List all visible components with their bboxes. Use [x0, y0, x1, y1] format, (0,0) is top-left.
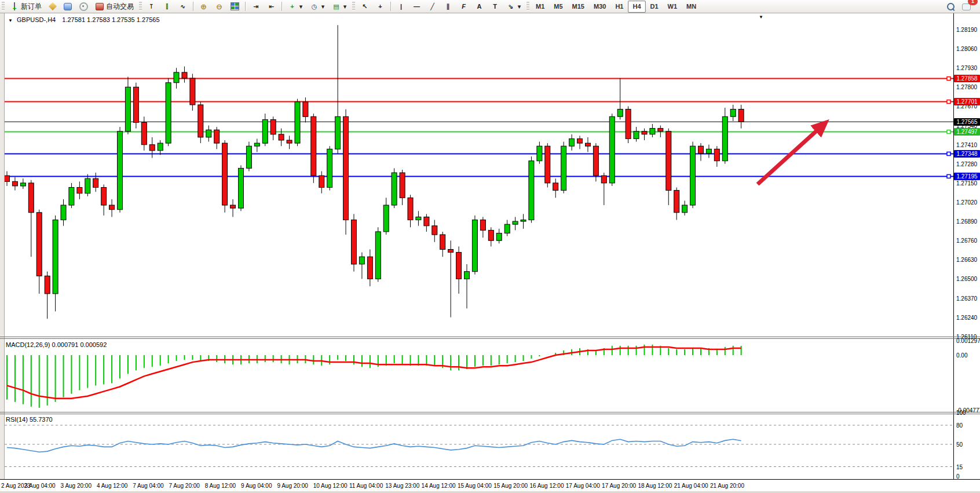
timeframe-h1[interactable]: H1 — [610, 1, 628, 13]
timeframe-m30[interactable]: M30 — [589, 1, 610, 13]
panel-separator[interactable] — [0, 338, 980, 339]
price-axis-tick: 1.26240 — [956, 315, 979, 321]
price-axis-tick: 1.26890 — [956, 218, 979, 225]
price-axis-tick: 1.27800 — [956, 84, 979, 90]
toolbar-grip[interactable] — [352, 2, 355, 11]
price-tag: 1.27195 — [954, 173, 980, 180]
bar-chart-icon: ⊺ — [147, 2, 156, 11]
zoom-in-button[interactable]: ⊕ — [196, 0, 211, 13]
rsi-axis-tick: 50 — [956, 441, 963, 448]
new-order-icon — [10, 2, 19, 11]
periods-icon: ◷ — [310, 2, 319, 11]
terminal-window: 新订单 自动交易 ⊺ ⫿ ∿ ⊕ ⊖ ⇥ ⇤ +▾ ◷▾ ▤▾ ↖ + | — … — [0, 0, 980, 493]
text-tool-button[interactable]: A — [471, 0, 487, 13]
arrows-tool-button[interactable]: ⇘▾ — [503, 0, 525, 13]
price-axis-tick: 1.26760 — [956, 238, 979, 244]
vertical-line-tool-button[interactable]: | — [393, 0, 409, 13]
profile-button[interactable] — [60, 0, 75, 13]
timeframe-m1[interactable]: M1 — [531, 1, 549, 13]
chart-shift-button[interactable]: ⇥ — [248, 0, 264, 13]
new-order-button[interactable]: 新订单 — [6, 0, 45, 13]
crosshair-icon: + — [376, 2, 385, 11]
tile-windows-button[interactable] — [227, 0, 243, 13]
time-axis-label: 14 Aug 12:00 — [422, 483, 456, 489]
panel-separator[interactable] — [0, 337, 980, 337]
timeframe-mn[interactable]: MN — [682, 1, 701, 13]
time-axis-label: 15 Aug 04:00 — [458, 483, 492, 489]
price-axis-tick: 1.27150 — [956, 180, 979, 187]
auto-scroll-button[interactable]: ⇤ — [264, 0, 279, 13]
toolbar: 新订单 自动交易 ⊺ ⫿ ∿ ⊕ ⊖ ⇥ ⇤ +▾ ◷▾ ▤▾ ↖ + | — … — [0, 0, 980, 13]
chevron-down-icon: ▾ — [321, 2, 325, 11]
periods-button[interactable]: ◷▾ — [306, 0, 328, 13]
price-tag: 1.27858 — [954, 75, 980, 82]
time-axis-label: 16 Aug 12:00 — [530, 483, 564, 489]
chevron-down-icon: ▾ — [517, 2, 521, 11]
time-axis-label: 15 Aug 20:00 — [493, 483, 528, 489]
rsi-label: RSI(14) 55.7370 — [6, 416, 53, 423]
price-axis-tick: 1.28060 — [956, 46, 979, 52]
price-axis-tick: 1.26500 — [956, 276, 979, 282]
time-axis-label: 17 Aug 20:00 — [602, 483, 636, 489]
cursor-tool-button[interactable]: ↖ — [357, 0, 372, 13]
line-chart-button[interactable]: ∿ — [175, 0, 191, 13]
time-axis-label: 18 Aug 12:00 — [638, 483, 672, 489]
search-button[interactable] — [943, 0, 959, 13]
market-watch-button[interactable] — [45, 0, 60, 13]
fibonacci-icon: F — [459, 2, 468, 11]
templates-button[interactable]: ▤▾ — [328, 0, 350, 13]
auto-trading-icon — [96, 3, 104, 10]
candlestick-chart-button[interactable]: ⫿ — [159, 0, 175, 13]
candles — [5, 25, 744, 319]
bar-chart-button[interactable]: ⊺ — [144, 0, 159, 13]
price-axis-tick: 1.26630 — [956, 257, 979, 263]
zoom-out-icon: ⊖ — [215, 2, 224, 11]
templates-icon: ▤ — [332, 2, 341, 11]
text-label-tool-button[interactable]: T — [487, 0, 503, 13]
zoom-out-button[interactable]: ⊖ — [211, 0, 227, 13]
vertical-line-icon: | — [397, 2, 405, 11]
fibonacci-tool-button[interactable]: F — [456, 0, 471, 13]
price-tag: 1.27565 — [954, 118, 980, 126]
price-axis-tick: 1.27410 — [956, 142, 979, 148]
signals-button[interactable] — [75, 0, 92, 13]
indicators-button[interactable]: +▾ — [284, 0, 306, 13]
channel-tool-button[interactable]: ∥ — [440, 0, 456, 13]
timeframe-w1[interactable]: W1 — [663, 1, 682, 13]
text-label-icon: T — [491, 2, 499, 11]
cursor-icon: ↖ — [360, 2, 369, 11]
crosshair-tool-button[interactable]: + — [372, 0, 388, 13]
panel-separator[interactable] — [0, 414, 980, 414]
timeframe-m15[interactable]: M15 — [568, 1, 589, 13]
toolbar-grip[interactable] — [139, 2, 142, 11]
macd-signal-line — [7, 347, 741, 399]
panel-separator[interactable] — [0, 412, 980, 412]
symbol-dropdown-icon[interactable]: ▼ — [8, 18, 13, 23]
chevron-down-icon: ▾ — [299, 2, 303, 11]
timeframe-bar: M1M5M15M30H1H4D1W1MN — [531, 1, 701, 13]
trendline-tool-button[interactable]: ╱ — [425, 0, 440, 13]
arrows-icon: ⇘ — [506, 2, 515, 11]
chart-shift-marker[interactable]: ▼ — [759, 14, 763, 20]
time-axis-label: 17 Aug 04:00 — [566, 483, 600, 489]
timeframe-d1[interactable]: D1 — [646, 1, 663, 13]
toolbar-grip[interactable] — [526, 2, 529, 11]
notifications-button[interactable]: 1 — [959, 0, 974, 13]
signals-icon — [79, 2, 88, 11]
time-axis-label: 3 Aug 20:00 — [61, 483, 92, 489]
timeframe-h4[interactable]: H4 — [628, 1, 645, 13]
timeframe-m5[interactable]: M5 — [549, 1, 567, 13]
chart-header: ▼ GBPUSD-,H4 1.27581 1.27583 1.27535 1.2… — [8, 16, 160, 23]
time-axis[interactable]: 2 Aug 20233 Aug 04:003 Aug 20:004 Aug 12… — [0, 479, 980, 492]
auto-trading-button[interactable]: 自动交易 — [92, 0, 137, 13]
chart-symbol-period: GBPUSD-,H4 — [17, 16, 56, 23]
horizontal-line-tool-button[interactable]: — — [409, 0, 425, 13]
chart-canvas[interactable] — [0, 13, 980, 493]
toolbar-grip[interactable] — [2, 2, 5, 11]
auto-trading-label: 自动交易 — [106, 2, 134, 12]
rsi-axis-tick: 80 — [956, 422, 963, 429]
chevron-down-icon: ▾ — [343, 2, 347, 11]
time-axis-label: 21 Aug 20:00 — [710, 483, 744, 489]
time-axis-label: 11 Aug 04:00 — [349, 483, 383, 489]
macd-axis-tick: 0.001297 — [956, 338, 980, 344]
